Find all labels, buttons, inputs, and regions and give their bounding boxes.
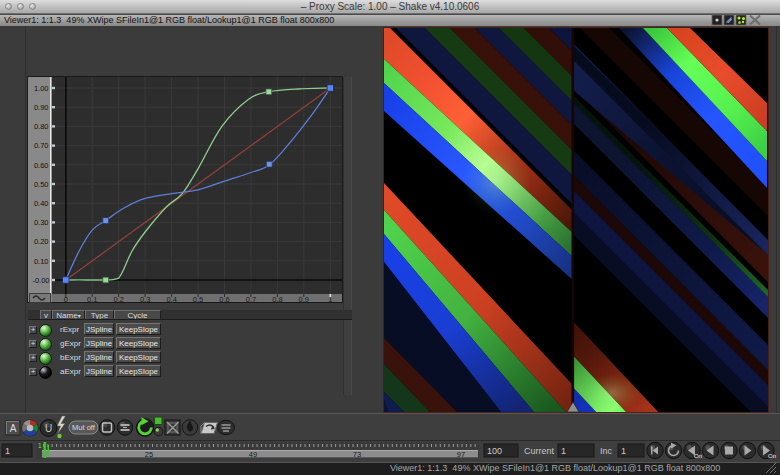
svg-text:0.4: 0.4 bbox=[166, 295, 176, 304]
svg-text:73: 73 bbox=[353, 450, 361, 459]
svg-text:0.20: 0.20 bbox=[34, 237, 49, 246]
svg-text:0.80: 0.80 bbox=[34, 122, 49, 131]
svg-text:0.10: 0.10 bbox=[34, 257, 49, 266]
svg-text:0.2: 0.2 bbox=[113, 295, 123, 304]
svg-text:0.50: 0.50 bbox=[34, 180, 49, 189]
svg-text:Inc: Inc bbox=[600, 446, 613, 456]
svg-text:1: 1 bbox=[38, 442, 42, 449]
svg-text:Current: Current bbox=[524, 446, 555, 456]
svg-text:1: 1 bbox=[561, 446, 566, 456]
svg-text:0.70: 0.70 bbox=[34, 141, 49, 150]
svg-text:U: U bbox=[45, 423, 52, 434]
svg-text:25: 25 bbox=[145, 450, 153, 459]
svg-text:1: 1 bbox=[621, 446, 626, 456]
svg-text:0: 0 bbox=[64, 295, 68, 304]
svg-text:1.00: 1.00 bbox=[34, 84, 49, 93]
svg-text:0.6: 0.6 bbox=[219, 295, 229, 304]
svg-text:0.9: 0.9 bbox=[299, 295, 309, 304]
svg-text:0.7: 0.7 bbox=[246, 295, 256, 304]
svg-text:On: On bbox=[694, 453, 702, 459]
svg-text:97: 97 bbox=[457, 450, 465, 459]
svg-text:0.30: 0.30 bbox=[34, 218, 49, 227]
svg-text:0.60: 0.60 bbox=[34, 161, 49, 170]
svg-text:On: On bbox=[768, 453, 776, 459]
svg-text:0.3: 0.3 bbox=[140, 295, 150, 304]
svg-text:49: 49 bbox=[249, 450, 257, 459]
svg-text:1: 1 bbox=[5, 446, 10, 456]
svg-text:0.40: 0.40 bbox=[34, 199, 49, 208]
svg-text:100: 100 bbox=[487, 446, 502, 456]
svg-text:-0.00: -0.00 bbox=[32, 276, 49, 285]
svg-text:0.1: 0.1 bbox=[87, 295, 97, 304]
svg-text:A: A bbox=[10, 423, 17, 434]
svg-text:Mut off: Mut off bbox=[72, 423, 96, 432]
svg-text:1: 1 bbox=[328, 295, 332, 304]
svg-text:0.90: 0.90 bbox=[34, 103, 49, 112]
svg-text:0.5: 0.5 bbox=[193, 295, 203, 304]
svg-text:0.8: 0.8 bbox=[272, 295, 282, 304]
